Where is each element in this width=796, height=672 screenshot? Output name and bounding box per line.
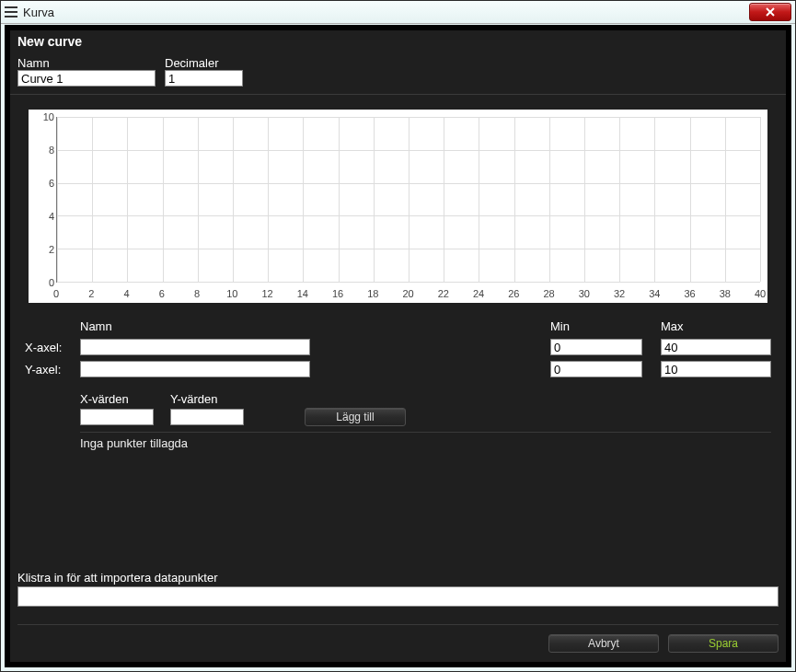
chart-y-tick: 6	[34, 178, 54, 189]
y-axis-min-input[interactable]	[550, 361, 642, 377]
chart-x-tick: 0	[53, 288, 59, 299]
curve-id-section: Namn Decimaler	[10, 52, 786, 95]
close-button[interactable]	[749, 3, 791, 21]
chart-y-tick: 0	[34, 277, 54, 288]
window-frame: Kurva New curve Namn Decimaler	[0, 0, 796, 672]
chart-x-tick: 24	[473, 288, 484, 299]
decimals-label: Decimaler	[165, 56, 243, 70]
y-axis-name-input[interactable]	[80, 361, 310, 377]
chart-x-tick: 2	[88, 288, 94, 299]
client-area: New curve Namn Decimaler 024681002468	[5, 25, 791, 667]
x-axis-max-input[interactable]	[661, 339, 771, 355]
import-input[interactable]	[17, 586, 779, 607]
decimals-input[interactable]	[165, 70, 243, 87]
chart-y-tick: 4	[34, 211, 54, 222]
dialog-footer: Avbryt Spara	[17, 624, 779, 653]
point-y-input[interactable]	[170, 409, 244, 425]
x-axis-label: X-axel:	[25, 341, 80, 354]
chart-area: 0246810024681012141618202224262830323436…	[29, 110, 767, 303]
chart-x-tick: 6	[159, 288, 165, 299]
chart-grid	[56, 117, 760, 283]
axes-col-max: Max	[661, 319, 771, 333]
axes-col-min: Min	[550, 319, 642, 333]
chart-section: 0246810024681012141618202224262830323436…	[17, 102, 779, 307]
chart-x-tick: 26	[508, 288, 519, 299]
chart-x-tick: 12	[261, 288, 272, 299]
titlebar: Kurva	[1, 1, 795, 24]
name-label: Namn	[17, 56, 156, 70]
no-points-message: Inga punkter tillagda	[80, 432, 771, 450]
chart-y-tick: 8	[34, 145, 54, 156]
y-axis-max-input[interactable]	[661, 361, 771, 377]
window-title: Kurva	[23, 6, 54, 19]
chart-x-tick: 28	[543, 288, 554, 299]
y-axis-label: Y-axel:	[25, 363, 80, 377]
points-section: X-värden Y-värden Lägg till Inga punkter…	[17, 387, 779, 456]
close-icon	[765, 7, 776, 17]
chart-x-tick: 16	[332, 288, 343, 299]
main-panel: New curve Namn Decimaler 024681002468	[10, 30, 786, 662]
axes-section: Namn Min Max X-axel: Y-axel:	[17, 314, 779, 383]
add-point-button[interactable]: Lägg till	[305, 408, 406, 426]
x-axis-name-input[interactable]	[80, 339, 310, 355]
cancel-button[interactable]: Avbryt	[548, 634, 659, 653]
page-title: New curve	[10, 30, 786, 52]
points-x-header: X-värden	[80, 392, 154, 406]
axes-col-name: Namn	[80, 319, 310, 333]
chart-x-tick: 36	[684, 288, 695, 299]
name-input[interactable]	[17, 70, 156, 87]
chart-x-tick: 18	[367, 288, 378, 299]
chart-y-tick: 10	[34, 111, 54, 122]
chart-x-tick: 22	[438, 288, 449, 299]
menu-icon[interactable]	[5, 6, 17, 17]
chart-x-tick: 4	[123, 288, 129, 299]
chart-x-tick: 20	[402, 288, 413, 299]
chart-y-tick: 2	[34, 244, 54, 255]
chart-x-tick: 38	[720, 288, 731, 299]
chart-x-tick: 30	[579, 288, 590, 299]
x-axis-min-input[interactable]	[550, 339, 642, 355]
save-button[interactable]: Spara	[668, 634, 779, 653]
chart-x-tick: 14	[297, 288, 308, 299]
chart-x-tick: 34	[649, 288, 660, 299]
chart-x-tick: 32	[614, 288, 625, 299]
chart-x-tick: 10	[226, 288, 237, 299]
chart-x-tick: 40	[755, 288, 766, 299]
import-section: Klistra in för att importera datapunkter	[17, 571, 779, 607]
import-label: Klistra in för att importera datapunkter	[17, 571, 779, 585]
point-x-input[interactable]	[80, 409, 154, 425]
chart-x-tick: 8	[194, 288, 200, 299]
points-y-header: Y-värden	[170, 392, 244, 406]
